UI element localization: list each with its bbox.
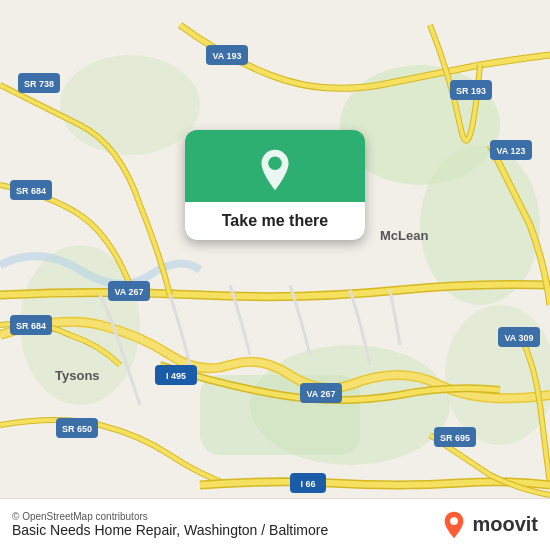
svg-text:SR 193: SR 193 (456, 86, 486, 96)
popup-icon-area (233, 130, 317, 202)
svg-text:Tysons: Tysons (55, 368, 100, 383)
svg-text:SR 684: SR 684 (16, 321, 46, 331)
svg-text:SR 738: SR 738 (24, 79, 54, 89)
map-svg: SR 738 VA 193 SR 193 VA 123 SR 684 VA 26… (0, 0, 550, 550)
moovit-brand-name: moovit (472, 513, 538, 536)
info-bar-left: © OpenStreetMap contributors Basic Needs… (12, 511, 328, 538)
svg-point-37 (451, 517, 459, 525)
svg-text:I 66: I 66 (300, 479, 315, 489)
svg-text:VA 267: VA 267 (306, 389, 335, 399)
svg-point-7 (60, 55, 200, 155)
svg-text:VA 193: VA 193 (212, 51, 241, 61)
svg-text:VA 267: VA 267 (114, 287, 143, 297)
map-container: SR 738 VA 193 SR 193 VA 123 SR 684 VA 26… (0, 0, 550, 550)
svg-text:VA 309: VA 309 (504, 333, 533, 343)
moovit-logo: moovit (440, 511, 538, 539)
location-name: Basic Needs Home Repair, Washington / Ba… (12, 522, 328, 538)
info-bar: © OpenStreetMap contributors Basic Needs… (0, 498, 550, 550)
svg-point-36 (268, 156, 282, 170)
svg-text:SR 650: SR 650 (62, 424, 92, 434)
take-me-there-button[interactable]: Take me there (185, 202, 365, 240)
popup-card: Take me there (185, 130, 365, 240)
moovit-pin-icon (440, 511, 468, 539)
copyright-text: © OpenStreetMap contributors (12, 511, 328, 522)
svg-text:I 495: I 495 (166, 371, 186, 381)
svg-text:McLean: McLean (380, 228, 428, 243)
svg-text:SR 695: SR 695 (440, 433, 470, 443)
location-pin-icon (253, 148, 297, 192)
svg-text:VA 123: VA 123 (496, 146, 525, 156)
svg-text:SR 684: SR 684 (16, 186, 46, 196)
